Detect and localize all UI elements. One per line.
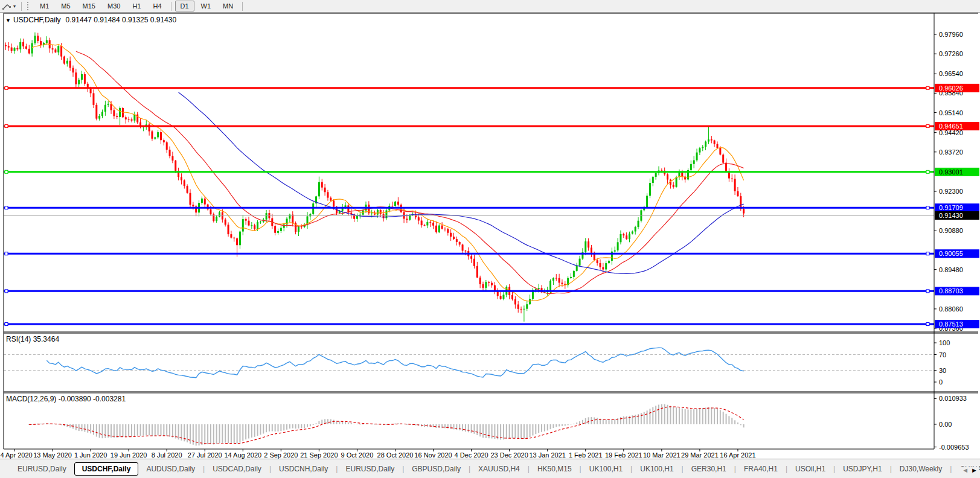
timeframe-button-m30[interactable]: M30 <box>102 1 126 11</box>
svg-text:28 Oct 2020: 28 Oct 2020 <box>377 451 414 459</box>
svg-text:1 Feb 2021: 1 Feb 2021 <box>569 451 603 459</box>
svg-text:0.93720: 0.93720 <box>939 148 963 156</box>
tab-usdjpy-h1[interactable]: USDJPY,H1 <box>835 462 889 476</box>
svg-text:0.91709: 0.91709 <box>939 204 963 211</box>
horizontal-price-levels[interactable] <box>4 86 934 325</box>
macd-label: MACD(12,26,9) -0.003890 -0.003281 <box>6 395 126 403</box>
timeframe-button-m1[interactable]: M1 <box>34 1 54 11</box>
svg-text:4 Dec 2020: 4 Dec 2020 <box>454 451 488 459</box>
timeframe-button-h4[interactable]: H4 <box>147 1 167 11</box>
svg-text:24 Apr 2020: 24 Apr 2020 <box>0 451 33 459</box>
tab-dj30-weekly[interactable]: DJ30,Weekly <box>892 462 950 476</box>
svg-text:13 Jan 2021: 13 Jan 2021 <box>529 451 566 459</box>
svg-text:0.91430: 0.91430 <box>939 212 963 219</box>
tab-usoil-h1[interactable]: USOil,H1 <box>787 462 833 476</box>
rsi-line <box>46 348 743 378</box>
svg-text:0.93001: 0.93001 <box>939 168 963 176</box>
timeframe-button-mn[interactable]: MN <box>217 1 239 11</box>
candlestick-series <box>5 33 745 322</box>
svg-text:8 Jul 2020: 8 Jul 2020 <box>152 451 182 459</box>
tab-hk50-m15[interactable]: HK50,M15 <box>530 462 580 476</box>
timeframe-button-m5[interactable]: M5 <box>56 1 75 11</box>
svg-text:0.90880: 0.90880 <box>939 227 963 234</box>
svg-text:13 May 2020: 13 May 2020 <box>33 451 72 459</box>
date-axis: 24 Apr 202013 May 20201 Jun 202019 Jun 2… <box>0 449 756 459</box>
tab-eurusd-daily[interactable]: EURUSD,Daily <box>338 462 402 476</box>
timeframe-button-w1[interactable]: W1 <box>196 1 217 11</box>
rsi-panel: 10070300 <box>4 339 950 386</box>
macd-panel: 0.0109330.00-0.009653 <box>29 395 969 450</box>
chart-title-bar: ▼USDCHF,Daily0.91447 0.91484 0.91325 0.9… <box>5 16 176 24</box>
svg-text:0.00: 0.00 <box>939 421 952 428</box>
svg-text:23 Dec 2020: 23 Dec 2020 <box>490 451 528 459</box>
svg-text:19 Feb 2021: 19 Feb 2021 <box>605 451 642 459</box>
svg-text:0.94651: 0.94651 <box>939 123 963 130</box>
tab-gbpusd-daily[interactable]: GBPUSD,Daily <box>404 462 469 476</box>
chevron-down-icon[interactable]: ▾ <box>13 4 16 9</box>
svg-text:0.96540: 0.96540 <box>939 70 963 77</box>
symbol-dropdown-icon[interactable]: ▼ <box>5 18 11 24</box>
timeframe-button-m15[interactable]: M15 <box>77 1 101 11</box>
rsi-label: RSI(14) 35.3464 <box>6 335 59 343</box>
ma-60-line <box>179 92 744 273</box>
svg-text:0.97960: 0.97960 <box>939 31 963 38</box>
svg-text:0.97260: 0.97260 <box>939 50 963 57</box>
svg-text:100: 100 <box>939 339 950 346</box>
svg-text:0.90055: 0.90055 <box>939 250 963 257</box>
tab-usdcnh-daily[interactable]: USDCNH,Daily <box>271 462 336 476</box>
tab-uk100-h1[interactable]: UK100,H1 <box>632 462 681 476</box>
svg-text:19 Jun 2020: 19 Jun 2020 <box>110 451 147 459</box>
tab-ger30-h1[interactable]: GER30,H1 <box>684 462 734 476</box>
svg-text:0.88060: 0.88060 <box>939 305 963 313</box>
svg-text:0: 0 <box>939 378 943 386</box>
svg-text:29 Mar 2021: 29 Mar 2021 <box>681 451 719 459</box>
svg-text:9 Oct 2020: 9 Oct 2020 <box>341 451 374 459</box>
svg-text:0.010933: 0.010933 <box>939 395 967 402</box>
chart-cursor-icon[interactable] <box>2 2 13 11</box>
tab-eurusd-daily[interactable]: EURUSD,Daily <box>10 462 74 476</box>
chart-tab-bar: EURUSD,DailyUSDCHF,DailyAUDUSD,Daily|USD… <box>0 459 980 478</box>
svg-text:0.95140: 0.95140 <box>939 109 963 116</box>
price-axis: 0.979600.972600.965400.958400.951400.944… <box>934 31 979 332</box>
tab-usdcad-daily[interactable]: USDCAD,Daily <box>205 462 269 476</box>
svg-text:21 Sep 2020: 21 Sep 2020 <box>300 451 338 459</box>
tab-usdchf-daily[interactable]: USDCHF,Daily <box>74 462 139 476</box>
tab-audusd-daily[interactable]: AUDUSD,Daily <box>138 462 203 476</box>
svg-text:16 Nov 2020: 16 Nov 2020 <box>414 451 452 459</box>
timeframe-button-d1[interactable]: D1 <box>175 1 194 11</box>
tab-fra40-h1[interactable]: FRA40,H1 <box>736 462 786 476</box>
price-chart-svg[interactable]: 0.979600.972600.965400.958400.951400.944… <box>0 13 980 459</box>
timeframe-buttons: M1M5M15M30H1H4D1W1MN <box>34 1 246 11</box>
toolbar-grip[interactable] <box>27 2 30 10</box>
svg-text:0.89480: 0.89480 <box>939 266 963 273</box>
svg-text:-0.009653: -0.009653 <box>939 444 969 451</box>
tab-scroll-right-icon[interactable]: ► <box>971 467 978 474</box>
toolbar-separator <box>21 2 22 11</box>
chart-title: USDCHF,Daily <box>13 16 61 24</box>
toolbar-separator <box>171 2 171 11</box>
panel-frames <box>4 13 978 449</box>
toolbar-separator <box>242 2 243 11</box>
svg-text:14 Aug 2020: 14 Aug 2020 <box>224 451 261 459</box>
svg-text:0.88703: 0.88703 <box>939 287 963 295</box>
svg-text:10 Mar 2021: 10 Mar 2021 <box>643 451 681 459</box>
macd-signal-line <box>29 407 743 444</box>
svg-text:0.96026: 0.96026 <box>939 84 963 92</box>
timeframe-button-h1[interactable]: H1 <box>127 1 146 11</box>
svg-text:16 Apr 2021: 16 Apr 2021 <box>720 451 755 459</box>
svg-text:2 Sep 2020: 2 Sep 2020 <box>264 451 298 459</box>
tab-scroll-arrows: ◄► <box>958 467 979 474</box>
chart-window[interactable]: 0.979600.972600.965400.958400.951400.944… <box>0 13 980 459</box>
svg-text:1 Jun 2020: 1 Jun 2020 <box>74 451 107 459</box>
svg-text:30: 30 <box>939 367 946 374</box>
svg-text:0.92300: 0.92300 <box>939 188 963 195</box>
chart-ohlc-values: 0.91447 0.91484 0.91325 0.91430 <box>66 16 177 24</box>
tab-uk100-h1[interactable]: UK100,H1 <box>581 462 630 476</box>
application-window: ▾ M1M5M15M30H1H4D1W1MN 0.979600.972600.9… <box>0 0 980 478</box>
svg-text:70: 70 <box>939 351 946 358</box>
timeframe-toolbar: ▾ M1M5M15M30H1H4D1W1MN <box>0 0 980 13</box>
tab-xauusd-h4[interactable]: XAUUSD,H4 <box>470 462 528 476</box>
svg-text:27 Jul 2020: 27 Jul 2020 <box>188 451 222 459</box>
tab-scroll-left-icon[interactable]: ◄ <box>962 467 969 474</box>
svg-text:0.87513: 0.87513 <box>939 320 963 328</box>
